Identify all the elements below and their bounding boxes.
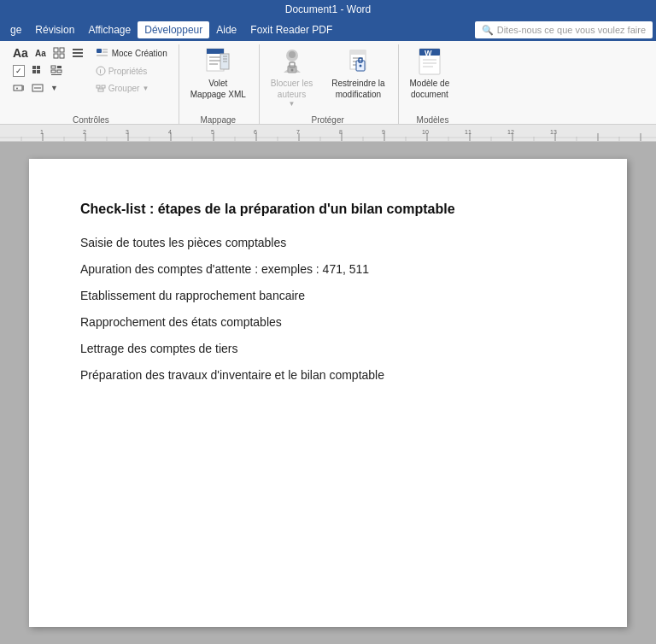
list-icon-button[interactable] — [69, 44, 86, 61]
proprietes-button[interactable]: i Propriétés — [91, 63, 172, 79]
svg-point-51 — [360, 65, 362, 67]
mode-creation-button[interactable]: Moce Création — [91, 44, 172, 61]
aa-small-button[interactable]: Aa — [32, 44, 49, 61]
restreindre-label: Restreindre lamodification — [331, 78, 384, 100]
svg-rect-3 — [60, 54, 64, 58]
svg-rect-2 — [54, 54, 58, 58]
menu-item-developpeur[interactable]: Développeur — [138, 21, 209, 38]
svg-text:3: 3 — [126, 129, 129, 135]
svg-text:i: i — [99, 68, 101, 74]
proprietes-label: Propriétés — [108, 67, 148, 76]
ruler-svg: 1 2 3 4 5 6 7 8 9 10 11 12 13 — [0, 125, 656, 142]
grouper-button[interactable]: Grouper ▼ — [91, 80, 172, 96]
svg-rect-45 — [350, 50, 366, 55]
svg-rect-7 — [32, 66, 36, 69]
document-title: Check-list : étapes de la préparation d'… — [80, 202, 576, 217]
mode-creation-label: Moce Création — [112, 49, 167, 58]
aa-large-button[interactable]: Aa — [10, 44, 31, 61]
svg-rect-29 — [98, 89, 103, 91]
controles-items: Aa Aa — [10, 44, 172, 113]
menu-item-revision[interactable]: Révision — [28, 21, 81, 38]
search-icon: 🔍 — [482, 25, 494, 36]
ribbon-content: Aa Aa — [0, 41, 656, 126]
svg-text:12: 12 — [507, 129, 514, 135]
menu-item-foxit[interactable]: Foxit Reader PDF — [243, 21, 339, 38]
combobox-button[interactable]: ▼ — [10, 80, 27, 96]
svg-rect-31 — [207, 49, 224, 54]
svg-text:2: 2 — [83, 129, 86, 135]
list-item: Préparation des travaux d'inventaire et … — [80, 366, 576, 384]
svg-rect-24 — [97, 55, 108, 56]
svg-text:6: 6 — [254, 129, 257, 135]
ribbon-group-modeles: W Modèle dedocument Modèles — [401, 44, 469, 125]
svg-rect-27 — [97, 85, 100, 88]
checkbox-button[interactable] — [10, 63, 27, 79]
mapping-items: VoletMappage XML — [184, 44, 252, 113]
svg-rect-8 — [37, 66, 40, 69]
svg-rect-22 — [102, 49, 108, 50]
svg-rect-21 — [97, 49, 102, 53]
ribbon-group-controles: Aa Aa — [7, 44, 179, 125]
svg-text:5: 5 — [211, 129, 214, 135]
svg-rect-5 — [73, 52, 83, 54]
svg-rect-13 — [51, 70, 56, 73]
svg-rect-9 — [32, 70, 36, 73]
svg-text:8: 8 — [339, 129, 343, 135]
title-text: Document1 - Word — [285, 3, 371, 15]
list-item: Saisie de toutes les pièces comptables — [80, 234, 576, 252]
ribbon: Aa Aa — [0, 41, 656, 125]
proteger-items: Blocuer lesauteurs ▼ — [265, 44, 391, 113]
bloquer-auteurs-button[interactable]: Blocuer lesauteurs ▼ — [265, 44, 319, 113]
modele-document-button[interactable]: W Modèle dedocument — [404, 44, 456, 104]
checkbox-icon — [13, 65, 25, 77]
svg-rect-12 — [57, 66, 62, 68]
modele-document-label: Modèle dedocument — [410, 78, 450, 100]
svg-text:10: 10 — [422, 129, 429, 135]
svg-rect-14 — [57, 70, 62, 73]
svg-text:13: 13 — [550, 129, 557, 135]
svg-rect-6 — [73, 56, 83, 57]
controls-row-2 — [10, 63, 86, 79]
form-grid-button[interactable] — [48, 63, 65, 79]
volet-mapping-button[interactable]: VoletMappage XML — [184, 44, 252, 104]
search-bar[interactable]: 🔍 Dites-nous ce que vous voulez faire — [475, 21, 653, 38]
svg-text:7: 7 — [296, 129, 300, 135]
modeles-group-label: Modèles — [404, 113, 462, 125]
list-item: Apuration des comptes d'attente : exempl… — [80, 261, 576, 278]
svg-point-40 — [289, 51, 296, 58]
menu-item-affichage[interactable]: Affichage — [81, 21, 138, 38]
mapping-group-label: Mappage — [184, 113, 252, 125]
svg-text:1: 1 — [40, 129, 44, 135]
grid-lines-button[interactable] — [50, 44, 67, 61]
table-grid-button[interactable] — [29, 63, 46, 79]
text-field-button[interactable] — [29, 80, 46, 96]
modele-icon: W — [416, 49, 443, 76]
document-area: Check-list : étapes de la préparation d'… — [0, 142, 656, 644]
svg-text:9: 9 — [382, 129, 385, 135]
ribbon-group-proteger: Blocuer lesauteurs ▼ — [261, 44, 399, 125]
svg-rect-11 — [51, 66, 56, 68]
list-item: Lettrage des comptes de tiers — [80, 340, 576, 358]
document-list: Saisie de toutes les pièces comptablesAp… — [80, 234, 576, 384]
restreindre-icon — [344, 49, 372, 76]
title-bar: Document1 - Word — [0, 0, 656, 19]
bloquer-icon — [278, 49, 306, 76]
mapping-icon — [204, 49, 231, 76]
svg-rect-4 — [73, 49, 83, 50]
modeles-items: W Modèle dedocument — [404, 44, 456, 113]
svg-text:W: W — [425, 49, 432, 57]
document-page[interactable]: Check-list : étapes de la préparation d'… — [29, 159, 627, 627]
controls-row-1: Aa Aa — [10, 44, 86, 61]
svg-text:4: 4 — [168, 129, 172, 135]
menu-item-aide[interactable]: Aide — [209, 21, 243, 38]
list-item: Etablissement du rapprochement bancaire — [80, 287, 576, 305]
menu-item-page[interactable]: ge — [3, 21, 28, 38]
restreindre-button[interactable]: Restreindre lamodification — [325, 44, 390, 104]
grouper-label: Grouper — [108, 84, 140, 93]
svg-rect-17 — [22, 85, 24, 91]
svg-rect-23 — [102, 51, 108, 53]
list-item: Rapprochement des états comptables — [80, 313, 576, 331]
proteger-group-label: Protéger — [265, 113, 391, 125]
bloquer-arrow: ▼ — [289, 100, 296, 108]
dropdown-button[interactable]: ▼ — [48, 80, 61, 96]
